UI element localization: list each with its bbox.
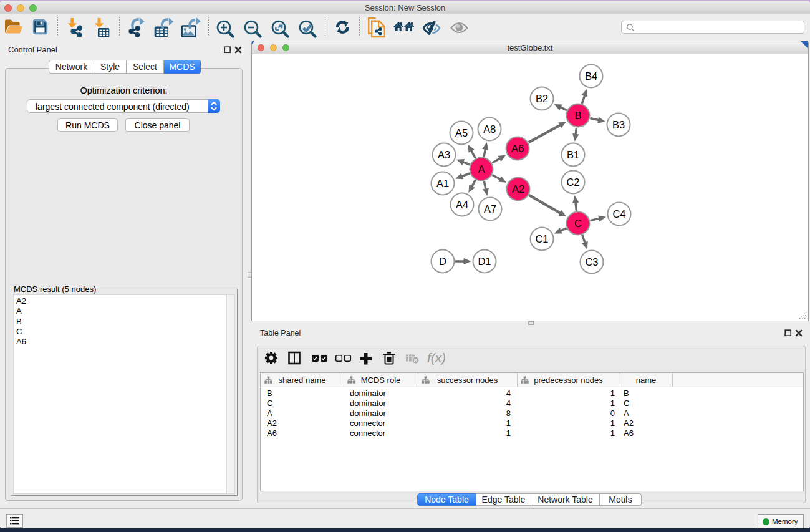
svg-text:D1: D1: [478, 256, 491, 267]
svg-text:C2: C2: [566, 177, 579, 188]
svg-text:A4: A4: [456, 199, 468, 210]
svg-text:B: B: [574, 110, 581, 121]
svg-text:C3: C3: [585, 256, 598, 268]
svg-text:A5: A5: [455, 127, 468, 138]
svg-text:B2: B2: [536, 93, 548, 104]
svg-text:C1: C1: [535, 233, 548, 244]
svg-text:f(x): f(x): [427, 351, 445, 365]
svg-text:B1: B1: [567, 149, 579, 160]
svg-text:B3: B3: [612, 119, 625, 130]
svg-text:A7: A7: [484, 203, 496, 215]
svg-text:A6: A6: [511, 143, 524, 154]
svg-text:A: A: [478, 163, 485, 175]
svg-text:A3: A3: [438, 149, 450, 160]
svg-text:A8: A8: [483, 123, 496, 135]
svg-text:A2: A2: [512, 183, 524, 195]
svg-text:A1: A1: [436, 178, 449, 189]
svg-text:C: C: [574, 218, 582, 229]
svg-text:C4: C4: [612, 208, 625, 220]
svg-text:B4: B4: [585, 70, 597, 82]
svg-text:D: D: [439, 256, 446, 267]
